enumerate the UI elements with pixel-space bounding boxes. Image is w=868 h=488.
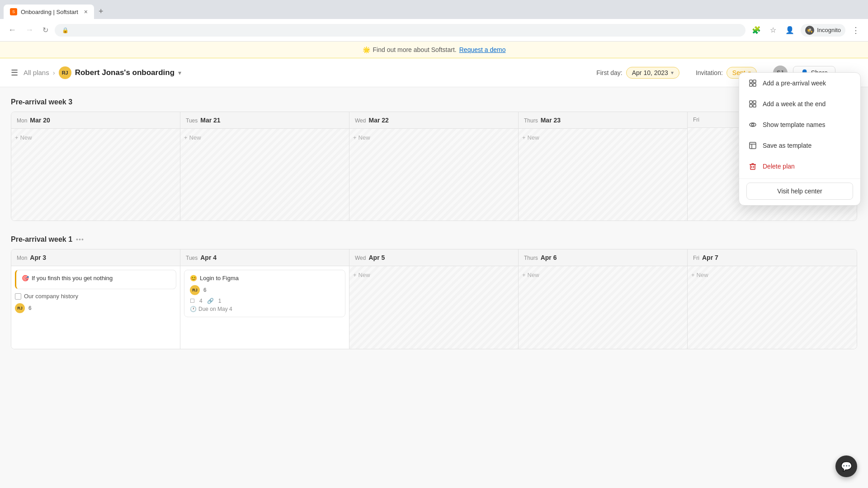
- checkbox-label: Our company history: [24, 293, 78, 300]
- task-title-row: 🎯 If you finsh this you get nothing: [22, 275, 170, 282]
- delete-plan-item[interactable]: Delete plan: [739, 156, 860, 177]
- visit-help-center-label: Visit help center: [777, 188, 822, 195]
- week1-day-5: Fri Apr 7 + New: [688, 249, 857, 349]
- day-header: Tues Apr 4: [180, 249, 349, 266]
- banner-link[interactable]: Request a demo: [459, 46, 506, 53]
- incognito-badge: 🕵 Incognito: [801, 24, 845, 37]
- day-body: + New: [11, 129, 180, 221]
- new-task-button[interactable]: + New: [184, 132, 345, 143]
- day-body: + New: [688, 266, 857, 349]
- tab-favicon: S: [10, 8, 17, 15]
- day-date: Apr 7: [702, 254, 718, 261]
- close-tab-icon[interactable]: ×: [84, 8, 88, 15]
- breadcrumb: All plans › RJ Robert Jonas's onboarding…: [24, 66, 181, 79]
- day-name: Tues: [186, 255, 198, 261]
- new-task-button[interactable]: + New: [691, 270, 853, 280]
- svg-point-9: [752, 124, 754, 126]
- week3-day-2: Tues Mar 21 + New: [180, 112, 349, 221]
- extensions-button[interactable]: 🧩: [749, 24, 764, 36]
- address-input[interactable]: my.softstart.app/plans/e82cae2a-2d39-4e4…: [72, 27, 738, 34]
- address-bar[interactable]: 🔒 my.softstart.app/plans/e82cae2a-2d39-4…: [55, 24, 745, 37]
- day-date: Mar 22: [368, 117, 388, 124]
- day-name: Mon: [17, 255, 27, 261]
- breadcrumb-arrow-icon: ›: [53, 69, 55, 76]
- plan-chevron-button[interactable]: ▾: [178, 69, 181, 76]
- day-body: + New: [349, 266, 518, 349]
- due-date-text: Due on May 4: [198, 306, 232, 312]
- banner-text: Find out more about Softstart.: [373, 46, 457, 53]
- new-label: New: [20, 134, 32, 141]
- new-label: New: [528, 134, 539, 141]
- first-day-label: First day:: [596, 69, 623, 76]
- assignee-avatar: RJ: [190, 285, 200, 295]
- new-task-button[interactable]: + New: [15, 132, 176, 143]
- new-label: New: [189, 134, 201, 141]
- browser-menu-button[interactable]: ⋮: [849, 23, 863, 37]
- bookmark-button[interactable]: ☆: [767, 24, 779, 36]
- day-body: + New: [519, 266, 687, 349]
- week1-label: Pre-arrival week 1: [11, 235, 72, 244]
- grid-icon: [748, 79, 757, 88]
- add-pre-arrival-label: Add a pre-arrival week: [763, 80, 826, 87]
- task-meta-row: RJ 6: [15, 303, 176, 313]
- forward-button[interactable]: →: [23, 23, 36, 37]
- day-header: Thurs Apr 6: [519, 249, 687, 266]
- svg-rect-6: [750, 104, 752, 107]
- incognito-label: Incognito: [817, 27, 841, 33]
- day-header: Wed Apr 5: [349, 249, 518, 266]
- day-body: + New: [349, 129, 518, 221]
- task-card-1[interactable]: 🎯 If you finsh this you get nothing: [15, 270, 176, 289]
- task-count: 6: [203, 287, 207, 293]
- show-template-names-item[interactable]: Show template names: [739, 114, 860, 135]
- new-task-button[interactable]: + New: [353, 270, 514, 280]
- first-day-badge[interactable]: Apr 10, 2023 ▾: [626, 67, 679, 79]
- day-date: Mar 21: [200, 117, 220, 124]
- task-emoji: 😊: [190, 275, 197, 282]
- task-title: Login to Figma: [200, 275, 239, 282]
- profile-button[interactable]: 👤: [783, 24, 797, 36]
- checkbox-icon: [15, 293, 21, 300]
- day-name: Thurs: [524, 255, 538, 261]
- chat-bubble[interactable]: 💬: [835, 455, 857, 477]
- add-pre-arrival-item[interactable]: Add a pre-arrival week: [739, 73, 860, 94]
- save-template-item[interactable]: Save as template: [739, 135, 860, 156]
- week1-day-3: Wed Apr 5 + New: [349, 249, 519, 349]
- back-button[interactable]: ←: [5, 23, 19, 37]
- dropdown-help-divider: [739, 178, 860, 179]
- app: 🌟 Find out more about Softstart. Request…: [0, 42, 868, 488]
- active-tab[interactable]: S Onboarding | Softstart ×: [4, 5, 94, 19]
- week1-dots[interactable]: •••: [76, 236, 84, 243]
- reload-button[interactable]: ↻: [40, 24, 51, 36]
- day-header: Tues Mar 21: [180, 112, 349, 129]
- day-name: Wed: [355, 117, 366, 124]
- banner-emoji: 🌟: [363, 46, 370, 53]
- task-count: 6: [28, 305, 32, 311]
- add-week-end-item[interactable]: Add a week at the end: [739, 94, 860, 114]
- day-date: Mar 23: [541, 117, 561, 124]
- new-tab-button[interactable]: +: [94, 7, 108, 16]
- grid-icon-2: [748, 99, 757, 108]
- week3-grid: Mon Mar 20 + New Tues Mar 21: [11, 112, 857, 221]
- delete-plan-label: Delete plan: [763, 163, 795, 170]
- task-title-row: 😊 Login to Figma: [190, 275, 340, 282]
- hamburger-button[interactable]: ☰: [11, 68, 18, 78]
- task-meta-row: RJ 6: [190, 285, 340, 295]
- all-plans-link[interactable]: All plans: [24, 69, 49, 76]
- task-card-2[interactable]: 😊 Login to Figma RJ 6 ☐: [184, 270, 345, 317]
- visit-help-center-button[interactable]: Visit help center: [746, 183, 853, 200]
- new-task-button[interactable]: + New: [522, 132, 684, 143]
- svg-rect-4: [750, 101, 752, 103]
- chat-icon: 💬: [841, 461, 852, 472]
- new-label: New: [697, 272, 708, 278]
- task-title: If you finsh this you get nothing: [32, 275, 113, 282]
- add-week-end-label: Add a week at the end: [763, 100, 826, 108]
- new-task-button[interactable]: + New: [522, 270, 684, 280]
- new-task-button[interactable]: + New: [353, 132, 514, 143]
- clock-icon: 🕐: [190, 306, 197, 312]
- plan-initials: RJ: [62, 70, 68, 75]
- day-header: Mon Apr 3: [11, 249, 180, 266]
- day-body: 😊 Login to Figma RJ 6 ☐: [180, 266, 349, 349]
- plus-icon: +: [691, 272, 695, 278]
- app-header: ☰ All plans › RJ Robert Jonas's onboardi…: [0, 58, 868, 87]
- svg-rect-13: [750, 164, 755, 169]
